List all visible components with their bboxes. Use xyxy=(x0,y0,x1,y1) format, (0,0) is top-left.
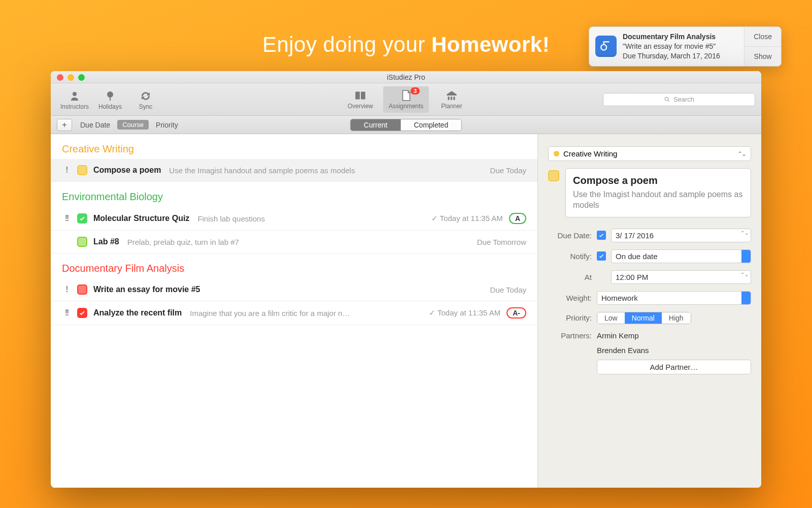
checkbox-checked[interactable] xyxy=(77,308,87,318)
stepper-icon[interactable]: ⌃⌄ xyxy=(740,272,749,277)
tab-assignments[interactable]: 3 Assignments xyxy=(383,86,429,113)
assignment-title: Molecular Structure Quiz xyxy=(93,214,189,223)
paper-icon: 3 xyxy=(383,88,429,103)
toolbar-label: Instructors xyxy=(57,103,92,110)
search-icon xyxy=(664,96,670,103)
label-at: At xyxy=(548,273,592,281)
course-color-dot xyxy=(554,151,559,156)
partner-name: Armin Kemp xyxy=(597,331,751,340)
sort-course[interactable]: Course xyxy=(117,120,149,130)
assignment-title: Compose a poem xyxy=(93,166,161,175)
notification-banner: Documentary Film Analysis "Write an essa… xyxy=(589,26,782,67)
tab-planner[interactable]: Planner xyxy=(429,86,475,113)
priority-high[interactable]: High xyxy=(662,312,691,324)
notification-text: Documentary Film Analysis "Write an essa… xyxy=(623,32,720,61)
assignment-title: Lab #8 xyxy=(93,237,119,246)
minimize-window-icon[interactable] xyxy=(67,74,74,81)
checkbox-checked[interactable] xyxy=(77,213,87,224)
notification-close-button[interactable]: Close xyxy=(745,27,781,46)
instructors-button[interactable]: Instructors xyxy=(57,89,92,110)
assignment-row[interactable]: Lab #8 Prelab, prelab quiz, turn in lab … xyxy=(51,231,537,253)
assignment-desc: Imagine that you are a film critic for a… xyxy=(190,309,350,318)
due-date-toggle[interactable] xyxy=(597,231,606,240)
checkbox[interactable] xyxy=(77,237,87,247)
window-titlebar: iStudiez Pro xyxy=(51,71,761,83)
due-date-row: Due Date: 3/ 17/ 2016⌃⌄ xyxy=(548,229,751,242)
assignment-row[interactable]: !! Analyze the recent film Imagine that … xyxy=(51,301,537,325)
priority-low[interactable]: Low xyxy=(597,312,625,324)
toolbar-label: Sync xyxy=(128,103,163,110)
add-button[interactable]: + xyxy=(57,119,72,131)
sort-due-date[interactable]: Due Date xyxy=(80,121,110,129)
time-input[interactable]: 12:00 PM⌃⌄ xyxy=(611,270,751,284)
priority-mark: ! xyxy=(62,166,71,175)
notify-value: On due date xyxy=(616,252,658,261)
window-body: Creative Writing ! Compose a poem Use th… xyxy=(51,134,761,488)
assignment-row[interactable]: !! Molecular Structure Quiz Finish lab q… xyxy=(51,207,537,231)
search-input[interactable]: Search xyxy=(603,93,755,106)
assignment-row[interactable]: ! Compose a poem Use the Imagist handout… xyxy=(51,159,537,182)
person-icon xyxy=(57,89,92,103)
checkbox[interactable] xyxy=(77,165,87,175)
assignment-desc: Prelab, prelab quiz, turn in lab #7 xyxy=(127,238,239,246)
toolbar-right: Search xyxy=(603,93,755,106)
toolbar-tabs: Overview 3 Assignments Planner xyxy=(337,86,475,113)
segment-current[interactable]: Current xyxy=(351,119,401,131)
priority-normal[interactable]: Normal xyxy=(625,312,662,324)
close-window-icon[interactable] xyxy=(57,74,63,81)
label-due: Due Date: xyxy=(548,231,592,240)
app-icon xyxy=(595,36,617,57)
window-controls xyxy=(57,74,85,81)
detail-box: Compose a poem Use the Imagist handout a… xyxy=(565,168,751,217)
notification-show-button[interactable]: Show xyxy=(745,46,781,66)
svg-point-1 xyxy=(107,91,113,98)
due-label: Due Tomorrow xyxy=(477,238,526,246)
checkbox[interactable] xyxy=(77,284,87,295)
due-date-value: 3/ 17/ 2016 xyxy=(616,231,654,240)
course-name: Creative Writing xyxy=(563,149,617,158)
notify-row: Notify: On due date xyxy=(548,249,751,263)
tagline-part-b: Homework! xyxy=(431,33,550,56)
main-toolbar: Instructors Holidays Sync Overview 3 xyxy=(51,83,761,116)
notification-body: "Write an essay for movie #5" xyxy=(623,42,720,51)
due-date-input[interactable]: 3/ 17/ 2016⌃⌄ xyxy=(611,229,751,242)
notification-due: Due Thursday, March 17, 2016 xyxy=(623,51,720,61)
notification-title: Documentary Film Analysis xyxy=(623,32,720,42)
detail-title: Compose a poem xyxy=(573,175,743,186)
course-select[interactable]: Creative Writing ⌃⌄ xyxy=(548,146,751,161)
priority-row: Priority: Low Normal High xyxy=(548,312,751,324)
detail-card: Compose a poem Use the Imagist handout a… xyxy=(548,168,751,217)
detail-form: Due Date: 3/ 17/ 2016⌃⌄ Notify: On due d… xyxy=(548,229,751,374)
zoom-window-icon[interactable] xyxy=(78,74,85,81)
stepper-icon: ⌃⌄ xyxy=(737,150,746,157)
notification-actions: Close Show xyxy=(744,27,781,66)
sync-button[interactable]: Sync xyxy=(128,89,163,110)
add-partner-button[interactable]: Add Partner… xyxy=(597,360,751,374)
assignments-list: Creative Writing ! Compose a poem Use th… xyxy=(51,134,538,488)
holidays-button[interactable]: Holidays xyxy=(92,89,128,110)
segment-completed[interactable]: Completed xyxy=(400,119,461,131)
tab-label: Assignments xyxy=(383,103,429,110)
assignment-row[interactable]: ! Write an essay for movie #5 Due Today xyxy=(51,278,537,301)
tab-label: Overview xyxy=(337,103,383,110)
notify-select[interactable]: On due date xyxy=(611,249,751,263)
tab-overview[interactable]: Overview xyxy=(337,86,383,113)
priority-mark: !! xyxy=(62,308,71,318)
sync-icon xyxy=(128,89,163,103)
app-window: iStudiez Pro Instructors Holidays Sync O… xyxy=(51,71,761,488)
time-value: 12:00 PM xyxy=(616,273,648,281)
notify-toggle[interactable] xyxy=(597,251,606,261)
sort-priority[interactable]: Priority xyxy=(156,121,178,129)
label-partners: Partners: xyxy=(548,331,592,340)
status-segment: Current Completed xyxy=(350,119,462,131)
due-label: ✓ Today at 11:35 AM xyxy=(429,308,500,318)
grade-chip: A xyxy=(509,213,526,224)
label-weight: Weight: xyxy=(548,294,592,302)
assignment-title: Analyze the recent film xyxy=(93,308,182,318)
detail-checkbox[interactable] xyxy=(548,170,559,181)
weight-select[interactable]: Homework xyxy=(597,291,751,305)
toolbar-left-group: Instructors Holidays Sync xyxy=(57,89,163,110)
stepper-icon[interactable]: ⌃⌄ xyxy=(740,230,749,236)
detail-desc: Use the Imagist handout and sample poems… xyxy=(573,189,743,211)
assignment-title: Write an essay for movie #5 xyxy=(93,285,200,294)
